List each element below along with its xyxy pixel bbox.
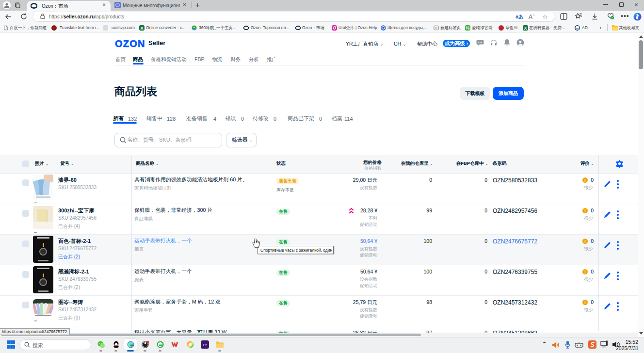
svg-text:Pr: Pr: [203, 343, 207, 347]
